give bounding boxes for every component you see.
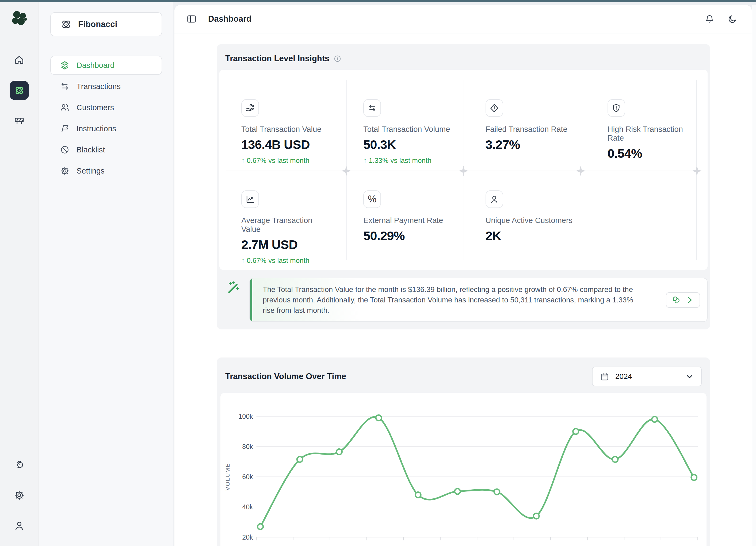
metric-value: 2.7M USD [241, 237, 333, 252]
page-title: Dashboard [208, 14, 251, 24]
rail-settings-button[interactable] [10, 486, 29, 505]
user-icon [14, 520, 25, 531]
sidebar-item-instructions[interactable]: Instructions [50, 119, 162, 138]
content-scroll-area: Transaction Level Insights Total Transac… [174, 33, 752, 546]
metric-unique-active-customers: Unique Active Customers 2K [464, 171, 586, 270]
metric-failed-transaction-rate: Failed Transaction Rate 3.27% [464, 70, 586, 171]
panel-toggle-icon [186, 14, 197, 24]
svg-text:VOLUME: VOLUME [224, 463, 231, 491]
gear-icon [14, 490, 25, 501]
metric-value: 50.29% [363, 228, 455, 243]
volume-line-chart: 100k80k60k40k20kVOLUMEJanFebMarAprMayJun… [220, 393, 707, 546]
magic-wand-icon [226, 280, 241, 295]
metric-delta: ↑ 0.67% vs last month [241, 257, 333, 265]
metric-label: Total Transaction Value [241, 125, 333, 134]
flag-icon [60, 124, 70, 134]
metric-external-payment-rate: % External Payment Rate 50.29% [341, 171, 463, 270]
sidebar-item-label: Settings [77, 167, 105, 176]
scrollbar[interactable] [752, 5, 756, 546]
metric-label: High Risk Transaction Rate [608, 125, 700, 143]
metric-value: 2K [486, 228, 578, 243]
brand-atom-icon [60, 19, 72, 30]
insights-title: Transaction Level Insights [225, 54, 329, 63]
rail-card-terminal-button[interactable] [10, 111, 29, 131]
moon-icon [727, 14, 737, 24]
metric-average-transaction-value: Average Transaction Value 2.7M USD ↑ 0.6… [219, 171, 341, 270]
rail-profile-button[interactable] [10, 516, 29, 535]
rail-home-button[interactable] [10, 50, 29, 70]
info-icon[interactable] [334, 55, 341, 63]
ai-summary-text: The Total Transaction Value for the mont… [263, 284, 646, 315]
card-terminal-icon [14, 116, 25, 126]
svg-text:80k: 80k [242, 443, 253, 450]
volume-chart-title: Transaction Volume Over Time [225, 372, 346, 381]
swap-arrows-icon [60, 82, 70, 91]
sidebar-item-dashboard[interactable]: Dashboard [50, 56, 162, 75]
hand-coins-icon [241, 99, 259, 117]
metric-value: 50.3K [363, 137, 455, 152]
sidebar-item-transactions[interactable]: Transactions [50, 77, 162, 96]
users-icon [60, 103, 70, 112]
chevron-down-icon [685, 372, 694, 381]
metric-value: 3.27% [486, 137, 578, 152]
dark-mode-toggle[interactable] [727, 14, 737, 24]
ai-summary-box: The Total Transaction Value for the mont… [249, 278, 708, 322]
sidebar-item-label: Dashboard [77, 61, 114, 70]
ai-chat-button[interactable] [666, 292, 700, 308]
volume-over-time-panel: Transaction Volume Over Time 2024 100k80… [217, 357, 710, 546]
sidebar-item-settings[interactable]: Settings [50, 161, 162, 181]
svg-text:60k: 60k [242, 473, 253, 480]
metric-value: 136.4B USD [241, 137, 333, 152]
year-filter-dropdown[interactable]: 2024 [592, 366, 702, 386]
main-area: Dashboard Transaction Level Insights [173, 2, 756, 546]
svg-text:40k: 40k [242, 503, 253, 511]
layers-icon [60, 60, 70, 70]
bell-icon [705, 14, 715, 24]
chat-face-icon [14, 459, 25, 470]
user-icon [486, 190, 503, 208]
metric-total-transaction-value: Total Transaction Value 136.4B USD ↑ 0.6… [219, 70, 341, 171]
sidebar-item-label: Customers [77, 103, 114, 112]
sidebar-item-customers[interactable]: Customers [50, 98, 162, 117]
metric-total-transaction-volume: Total Transaction Volume 50.3K ↑ 1.33% v… [341, 70, 463, 171]
calendar-icon [600, 372, 609, 381]
sidebar-nav: Dashboard Transactions Customers Instruc… [50, 56, 162, 181]
percent-icon: % [363, 190, 381, 208]
trend-chart-icon [241, 190, 259, 208]
window-top-bar [0, 0, 756, 2]
sidebar-item-label: Transactions [77, 82, 121, 91]
notifications-button[interactable] [705, 14, 715, 24]
chat-bubbles-icon [672, 295, 681, 304]
shield-alert-icon [608, 99, 625, 117]
metrics-card: Total Transaction Value 136.4B USD ↑ 0.6… [219, 70, 708, 270]
rail-dashboard-button[interactable] [10, 81, 29, 100]
svg-text:100k: 100k [239, 412, 253, 420]
sidebar-item-blacklist[interactable]: Blacklist [50, 140, 162, 159]
app-logo-clover-icon [11, 10, 28, 27]
sidebar-item-label: Instructions [77, 124, 116, 133]
alert-diamond-icon [486, 99, 503, 117]
metric-empty-cell [586, 171, 708, 270]
metric-label: Unique Active Customers [486, 216, 578, 225]
metric-label: Average Transaction Value [241, 216, 333, 234]
rail-support-chat-button[interactable] [10, 455, 29, 474]
metric-label: Total Transaction Volume [363, 125, 455, 134]
main-card: Dashboard Transaction Level Insights [174, 5, 752, 546]
metric-high-risk-transaction-rate: High Risk Transaction Rate 0.54% [586, 70, 708, 171]
metric-label: External Payment Rate [363, 216, 455, 225]
atom-icon [14, 85, 25, 96]
volume-chart-card: 100k80k60k40k20kVOLUMEJanFebMarAprMayJun… [220, 393, 707, 546]
metric-delta: ↑ 1.33% vs last month [363, 157, 455, 165]
ban-icon [60, 145, 70, 155]
transfer-arrows-icon [363, 99, 381, 117]
transaction-level-insights-panel: Transaction Level Insights Total Transac… [217, 44, 710, 329]
brand-name: Fibonacci [78, 20, 117, 29]
sidebar-toggle-button[interactable] [186, 14, 197, 24]
chevron-right-icon [685, 295, 694, 304]
brand-card[interactable]: Fibonacci [50, 12, 162, 36]
sidebar: Fibonacci Dashboard Transactions Custome… [39, 2, 173, 546]
year-filter-value: 2024 [615, 372, 632, 381]
gear-icon [60, 166, 70, 176]
metric-label: Failed Transaction Rate [486, 125, 578, 134]
icon-rail [0, 2, 39, 546]
